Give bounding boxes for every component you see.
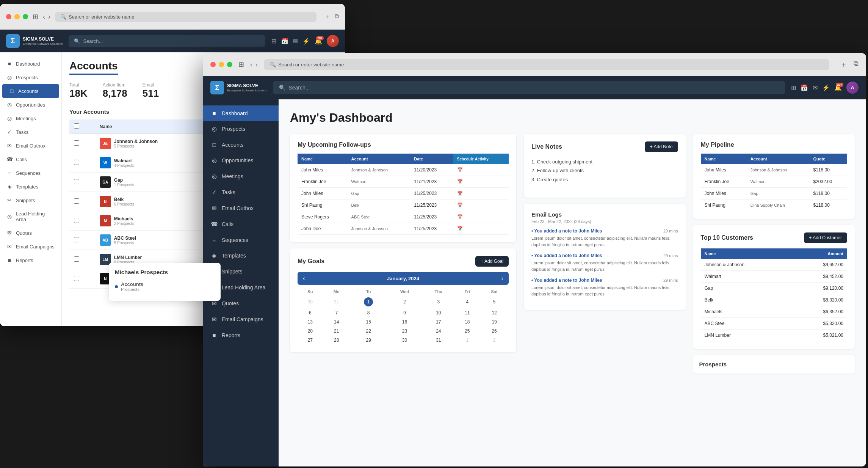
cal-cell[interactable]: 6 [298,308,323,317]
sidebar-item-sequences-2[interactable]: ≡ Sequences [203,232,279,248]
cal-cell[interactable]: 3 [422,295,454,308]
notification-badge-2[interactable]: 🔔 20+ [834,84,842,91]
calendar-icon-header-1[interactable]: 📅 [281,38,288,45]
sidebar-toggle-1[interactable]: ⊞ [33,13,38,21]
forward-button-1[interactable]: › [48,13,50,21]
lightning-icon-1[interactable]: ⚡ [302,38,310,45]
cal-cell[interactable]: 27 [298,336,323,345]
customer-row[interactable]: Gap $9,120.00 [701,283,847,294]
grid-icon-1[interactable]: ⊞ [271,38,276,45]
fu-calendar-0[interactable]: 📅 [453,164,509,176]
followup-row[interactable]: Shi Paung Belk 11/25/2023 📅 [298,199,509,211]
sidebar-item-opportunities-1[interactable]: ◎ Opportunities [0,98,61,112]
pipeline-row[interactable]: John Miles Gap $118.00 [701,188,847,199]
cal-cell[interactable]: 17 [422,317,454,327]
back-button-1[interactable]: ‹ [43,13,45,21]
cal-cell[interactable]: 1 [454,336,480,345]
url-bar-1[interactable]: 🔍 Search or enter website name [55,12,316,22]
sidebar-item-reports-1[interactable]: ■ Reports [0,253,61,267]
cal-cell[interactable]: 20 [298,327,323,336]
row-select-4[interactable] [74,218,79,223]
row-select-0[interactable] [74,140,79,146]
mail-icon-1[interactable]: ✉ [293,38,298,45]
cal-cell[interactable]: 2 [480,336,509,345]
duplicate-icon-1[interactable]: ⧉ [335,13,339,21]
plus-icon-1[interactable]: ＋ [324,13,330,21]
maximize-button-1[interactable] [23,14,28,19]
cal-cell[interactable]: 18 [454,317,480,327]
sidebar-item-calls-2[interactable]: ☎ Calls [203,216,279,232]
cal-next-button[interactable]: › [501,275,503,282]
cal-cell[interactable]: 5 [480,295,509,308]
sidebar-item-reports-2[interactable]: ■ Reports [203,327,279,343]
back-button-2[interactable]: ‹ [250,61,252,69]
fu-calendar-5[interactable]: 📅 [453,223,509,235]
fu-calendar-1[interactable]: 📅 [453,176,509,188]
row-select-5[interactable] [74,237,79,242]
sidebar-item-email-campaigns-2[interactable]: ✉ Email Campaigns [203,311,279,327]
customer-row[interactable]: ABC Steel $5,320.00 [701,318,847,330]
cal-cell[interactable]: 25 [454,327,480,336]
cal-cell[interactable]: 29 [350,336,387,345]
cal-cell[interactable]: 24 [422,327,454,336]
close-button-1[interactable] [6,14,11,19]
customer-row[interactable]: Belk $8,320.00 [701,294,847,306]
cal-cell[interactable]: 8 [350,308,387,317]
row-select-7[interactable] [74,276,79,281]
sidebar-item-calls-1[interactable]: ☎ Calls [0,152,61,166]
calendar-icon-header-2[interactable]: 📅 [801,84,808,91]
dropdown-prospects-item[interactable]: Accounts Prospects [115,278,215,295]
row-select-6[interactable] [74,256,79,262]
cal-cell[interactable]: 7 [323,308,350,317]
row-select-1[interactable] [74,160,79,165]
followup-row[interactable]: John Miles Gap 11/25/2023 📅 [298,188,509,199]
sidebar-item-email-campaigns-1[interactable]: ✉ Email Campaigns [0,240,61,253]
sidebar-toggle-2[interactable]: ⊞ [238,60,244,69]
cal-prev-button[interactable]: ‹ [303,275,305,282]
cal-cell[interactable]: 30 [298,295,323,308]
cal-cell[interactable]: 1 [350,295,387,308]
cal-cell[interactable]: 12 [480,308,509,317]
fu-calendar-2[interactable]: 📅 [453,188,509,199]
maximize-button-2[interactable] [227,62,232,67]
notification-badge-1[interactable]: 🔔 20+ [315,38,322,45]
sidebar-item-sequences-1[interactable]: ≡ Sequences [0,166,61,180]
grid-icon-2[interactable]: ⊞ [791,84,796,91]
add-goal-button[interactable]: + Add Goal [475,256,509,267]
cal-cell[interactable]: 31 [422,336,454,345]
sidebar-item-dashboard-2[interactable]: ■ Dashboard [203,105,279,121]
row-select-2[interactable] [74,179,79,184]
lightning-icon-2[interactable]: ⚡ [822,84,830,91]
sidebar-item-dashboard-1[interactable]: ■ Dashboard [0,57,61,71]
sidebar-item-email-outbox-1[interactable]: ✉ Email Outbox [0,139,61,152]
minimize-button-1[interactable] [14,14,20,19]
url-bar-2[interactable]: 🔍 Search or enter website name [264,59,829,70]
cal-cell[interactable]: 4 [454,295,480,308]
customer-row[interactable]: Michaels $6,352.00 [701,306,847,318]
cal-cell[interactable]: 19 [480,317,509,327]
search-bar-1[interactable]: 🔍 Search... [69,35,265,47]
add-note-button[interactable]: + Add Note [645,141,678,152]
followup-row[interactable]: John Doe Johnson & Johnson 11/25/2023 📅 [298,223,509,235]
cal-cell[interactable]: 23 [387,327,423,336]
sidebar-item-accounts-2[interactable]: □ Accounts [203,137,279,152]
cal-cell[interactable]: 16 [387,317,423,327]
sidebar-item-tasks-2[interactable]: ✓ Tasks [203,184,279,200]
sidebar-item-templates-1[interactable]: ◈ Templates [0,180,61,193]
sidebar-item-email-outbox-2[interactable]: ✉ Email Outbox [203,200,279,216]
sidebar-item-prospects-2[interactable]: ◎ Prospects [203,121,279,137]
cal-cell[interactable]: 13 [298,317,323,327]
cal-cell[interactable]: 2 [387,295,423,308]
cal-cell[interactable]: 30 [387,336,423,345]
customer-row[interactable]: Johnson & Johnson $9,652.00 [701,259,847,271]
avatar-1[interactable]: A [327,35,339,47]
add-customer-button[interactable]: + Add Customer [804,232,847,243]
sidebar-item-templates-2[interactable]: ◈ Templates [203,248,279,264]
close-button-2[interactable] [210,62,216,67]
fu-calendar-4[interactable]: 📅 [453,211,509,223]
sidebar-item-snippets-1[interactable]: ✂ Snippets [0,193,61,207]
cal-cell[interactable]: 15 [350,317,387,327]
cal-cell[interactable]: 11 [454,308,480,317]
cal-cell[interactable]: 31 [323,295,350,308]
cal-cell[interactable]: 14 [323,317,350,327]
